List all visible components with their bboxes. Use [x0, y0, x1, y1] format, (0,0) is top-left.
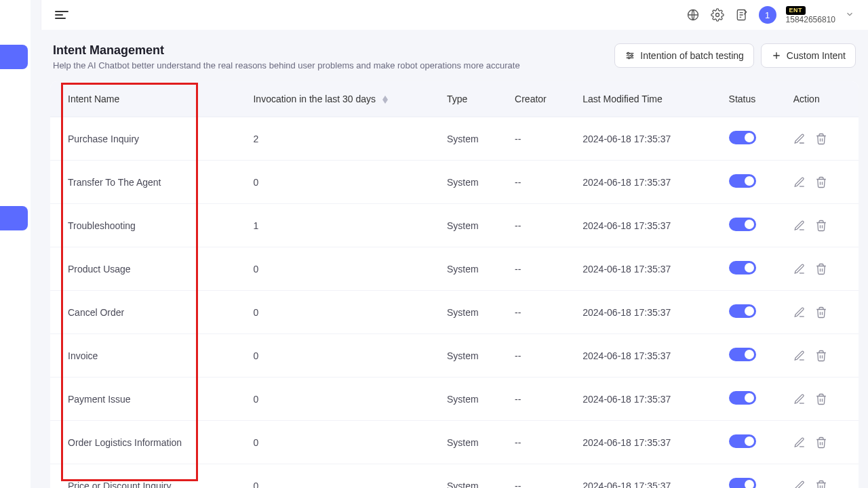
table-row[interactable]: Cancel Order0System--2024-06-18 17:35:37 [50, 291, 859, 334]
page-subtitle: Help the AI Chatbot better understand th… [53, 60, 520, 70]
edit-icon[interactable] [793, 436, 806, 449]
cell-creator: -- [505, 291, 573, 334]
cell-creator: -- [505, 334, 573, 378]
table-row[interactable]: Troubleshooting1System--2024-06-18 17:35… [50, 204, 859, 247]
cell-time: 2024-06-18 17:35:37 [573, 421, 719, 464]
table-row[interactable]: Product Usage0System--2024-06-18 17:35:3… [50, 247, 859, 291]
col-type[interactable]: Type [437, 81, 505, 117]
trash-icon[interactable] [815, 350, 827, 362]
edit-icon[interactable] [793, 176, 806, 188]
cell-action [784, 117, 859, 161]
status-toggle[interactable] [729, 391, 756, 405]
cell-status [719, 378, 784, 421]
edit-icon[interactable] [793, 220, 806, 232]
custom-intent-button[interactable]: Custom Intent [761, 43, 856, 68]
menu-toggle-icon[interactable] [55, 7, 70, 22]
sidebar-item[interactable]: . [0, 93, 28, 117]
cell-creator: -- [505, 204, 573, 247]
cell-creator: -- [505, 161, 573, 204]
sidebar-item[interactable]: egy [0, 235, 28, 259]
col-status[interactable]: Status [719, 81, 784, 117]
cell-status [719, 291, 784, 334]
cell-type: System [437, 464, 505, 489]
table-row[interactable]: Price or Discount Inquiry0System--2024-0… [50, 464, 859, 489]
table-row[interactable]: Transfer To The Agent0System--2024-06-18… [50, 161, 859, 204]
sidebar: atbot.seBetationationegyalysis [0, 0, 31, 488]
cell-status [719, 421, 784, 464]
cell-time: 2024-06-18 17:35:37 [573, 291, 719, 334]
status-toggle[interactable] [729, 434, 756, 448]
batch-testing-label: Intention of batch testing [640, 50, 744, 61]
svg-point-4 [631, 55, 633, 57]
cell-type: System [437, 378, 505, 421]
trash-icon[interactable] [815, 306, 827, 319]
batch-testing-button[interactable]: Intention of batch testing [614, 43, 754, 68]
cell-invocation: 2 [243, 117, 437, 161]
cell-intent-name: Payment Issue [50, 378, 243, 421]
trash-icon[interactable] [815, 176, 827, 188]
status-toggle[interactable] [729, 218, 756, 231]
table-row[interactable]: Payment Issue0System--2024-06-18 17:35:3… [50, 378, 859, 421]
trash-icon[interactable] [815, 436, 827, 449]
sidebar-item[interactable]: atbot [0, 45, 28, 69]
account-id: 15842656810 [786, 16, 835, 24]
trash-icon[interactable] [815, 393, 827, 405]
edit-icon[interactable] [793, 133, 806, 145]
edit-icon[interactable] [793, 480, 806, 489]
col-intent-name[interactable]: Intent Name [50, 81, 243, 117]
svg-point-5 [629, 57, 631, 59]
sliders-icon [625, 50, 635, 61]
cell-time: 2024-06-18 17:35:37 [573, 334, 719, 378]
status-toggle[interactable] [729, 174, 756, 188]
topbar: 1 ENT 15842656810 [41, 0, 868, 30]
cell-action [784, 464, 859, 489]
edit-icon[interactable] [793, 350, 806, 362]
cell-type: System [437, 161, 505, 204]
cell-status [719, 247, 784, 291]
status-toggle[interactable] [729, 348, 756, 361]
edit-icon[interactable] [793, 263, 806, 275]
cell-action [784, 291, 859, 334]
edit-icon[interactable] [793, 393, 806, 405]
sidebar-item[interactable]: alysis [0, 304, 28, 328]
status-toggle[interactable] [729, 131, 756, 144]
svg-point-1 [715, 14, 719, 17]
sidebar-item[interactable]: tion [0, 164, 28, 188]
trash-icon[interactable] [815, 263, 827, 275]
cell-status [719, 464, 784, 489]
col-time[interactable]: Last Modified Time [573, 81, 719, 117]
trash-icon[interactable] [815, 220, 827, 232]
plus-icon [771, 50, 782, 61]
sidebar-item[interactable]: ation [0, 206, 28, 230]
sidebar-item[interactable]: se [0, 117, 28, 141]
trash-icon[interactable] [815, 480, 827, 489]
status-toggle[interactable] [729, 304, 756, 318]
cell-creator: -- [505, 247, 573, 291]
cell-intent-name: Invoice [50, 334, 243, 378]
sidebar-item[interactable]: Beta [0, 140, 28, 164]
table-header-row: Intent Name Invocation in the last 30 da… [50, 81, 859, 117]
note-icon[interactable] [734, 7, 749, 22]
trash-icon[interactable] [815, 133, 827, 145]
col-invocation[interactable]: Invocation in the last 30 days [243, 81, 437, 117]
globe-icon[interactable] [686, 7, 701, 22]
table-row[interactable]: Order Logistics Information0System--2024… [50, 421, 859, 464]
cell-time: 2024-06-18 17:35:37 [573, 247, 719, 291]
table-row[interactable]: Purchase Inquiry2System--2024-06-18 17:3… [50, 117, 859, 161]
status-toggle[interactable] [729, 261, 756, 274]
avatar[interactable]: 1 [759, 6, 776, 24]
page-title: Intent Management [53, 43, 520, 58]
cell-intent-name: Transfer To The Agent [50, 161, 243, 204]
status-toggle[interactable] [729, 478, 756, 488]
col-creator[interactable]: Creator [505, 81, 573, 117]
cell-invocation: 0 [243, 247, 437, 291]
cell-creator: -- [505, 117, 573, 161]
cell-time: 2024-06-18 17:35:37 [573, 378, 719, 421]
topbar-right: 1 ENT 15842656810 [686, 6, 854, 24]
gear-icon[interactable] [710, 7, 725, 22]
sort-icon[interactable] [382, 96, 388, 104]
table-row[interactable]: Invoice0System--2024-06-18 17:35:37 [50, 334, 859, 378]
edit-icon[interactable] [793, 306, 806, 319]
chevron-down-icon[interactable] [845, 9, 854, 21]
account-box[interactable]: ENT 15842656810 [786, 6, 835, 24]
